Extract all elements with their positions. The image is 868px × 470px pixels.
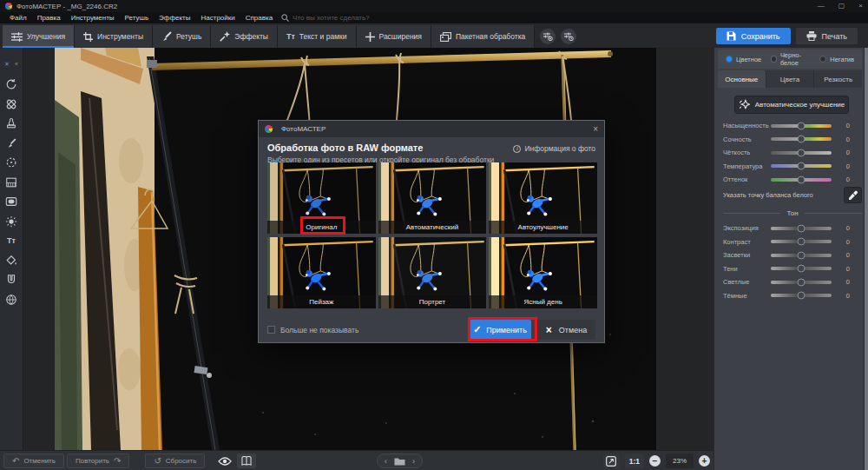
dont-show-checkbox[interactable] (267, 326, 275, 334)
slider-knob[interactable] (798, 265, 806, 273)
exposure-slider[interactable] (771, 227, 832, 230)
slider-knob[interactable] (798, 136, 806, 143)
slider-label: Тени (723, 265, 771, 273)
zoom-100-button[interactable]: 1:1 (625, 453, 644, 468)
eyedropper-icon (848, 190, 858, 201)
brush-icon (161, 31, 172, 42)
tab-extensions[interactable]: Расширения (357, 25, 431, 48)
clone-stamp-tool[interactable] (2, 114, 21, 134)
preset-add-button[interactable] (540, 29, 556, 44)
auto-enhance-button[interactable]: Автоматическое улучшение (734, 96, 849, 114)
magnet-tool[interactable] (2, 270, 21, 290)
mode-black-white[interactable]: Черно-белое (771, 51, 810, 67)
sidebar-collapse-icon[interactable]: « (15, 61, 18, 68)
show-original-button[interactable] (215, 453, 234, 468)
slider-knob[interactable] (798, 149, 806, 156)
brightness-tool[interactable] (2, 212, 21, 232)
temperature-slider[interactable] (771, 164, 832, 168)
tab-label: Расширения (379, 32, 422, 41)
clarity-slider[interactable] (771, 151, 832, 155)
before-after-button[interactable] (237, 453, 256, 468)
minimize-icon[interactable]: — (818, 3, 825, 10)
tab-enhancements[interactable]: Улучшения (3, 25, 75, 48)
tab-basic[interactable]: Основные (718, 70, 766, 88)
preset-clear-day[interactable]: Ясный день (489, 237, 597, 308)
whites-slider[interactable] (771, 281, 832, 284)
slider-knob[interactable] (798, 292, 806, 300)
dialog-close-icon[interactable]: × (593, 125, 598, 134)
preset-landscape[interactable]: Пейзаж (267, 237, 376, 308)
preset-history-button[interactable] (561, 29, 576, 44)
gradient-filter-tool[interactable] (2, 173, 21, 193)
photo-info-link[interactable]: i Информация о фото (513, 144, 595, 153)
color-sliders: Насыщенность 0 Сочность 0 Чёткость 0 Тем… (723, 119, 862, 187)
mode-color[interactable]: Цветное (726, 56, 761, 63)
menu-edit[interactable]: Правка (32, 12, 66, 23)
fit-to-screen-button[interactable] (603, 453, 620, 468)
reset-button[interactable]: ↺ Сбросить (145, 453, 205, 468)
redo-button[interactable]: Повторить ↷ (67, 453, 129, 468)
prev-photo-icon[interactable]: ‹ (385, 457, 387, 466)
fill-tool[interactable] (2, 251, 21, 271)
zoom-out-button[interactable]: − (649, 455, 661, 467)
menu-file[interactable]: Файл (4, 12, 32, 23)
search-input[interactable] (293, 14, 423, 22)
folder-icon[interactable] (394, 457, 405, 466)
close-icon[interactable]: × (858, 3, 863, 10)
slider-knob[interactable] (798, 224, 806, 232)
cancel-button[interactable]: × Отмена (537, 320, 595, 340)
preset-automatic[interactable]: Автоматический (378, 162, 487, 234)
next-photo-icon[interactable]: › (412, 457, 415, 466)
eyedropper-button[interactable] (844, 187, 862, 203)
info-icon: i (513, 145, 521, 153)
save-button[interactable]: Сохранить (716, 28, 791, 44)
menu-effects[interactable]: Эффекты (154, 12, 195, 23)
geometry-globe-tool[interactable] (2, 290, 21, 310)
menu-tools[interactable]: Инструменты (66, 12, 120, 23)
blacks-slider[interactable] (771, 294, 832, 297)
brush-tool[interactable] (2, 134, 21, 154)
menu-help[interactable]: Справка (240, 12, 278, 23)
slider-knob[interactable] (798, 251, 806, 259)
tab-sharpness[interactable]: Резкость (814, 70, 862, 88)
highlights-slider[interactable] (771, 254, 832, 257)
shadows-slider[interactable] (771, 267, 832, 270)
vibrance-slider[interactable] (771, 137, 832, 141)
redo-label: Повторить (76, 457, 109, 465)
undo-button[interactable]: ↶ Отменить (3, 453, 64, 468)
healing-patch-tool[interactable] (2, 95, 21, 115)
tab-retouch[interactable]: Ретушь (153, 25, 211, 48)
slider-value: 0 (839, 122, 850, 129)
tint-slider[interactable] (771, 178, 832, 182)
maximize-icon[interactable]: ▢ (838, 3, 845, 10)
crop-rotate-tool[interactable] (2, 75, 21, 95)
menu-settings[interactable]: Настройки (195, 12, 240, 23)
menu-retouch[interactable]: Ретушь (120, 12, 155, 23)
preset-portrait[interactable]: Портрет (378, 237, 487, 308)
tab-batch-processing[interactable]: Пакетная обработка (431, 25, 535, 48)
mode-negative[interactable]: Негатив (819, 56, 854, 63)
save-icon (727, 31, 736, 41)
slider-knob[interactable] (798, 122, 806, 129)
apply-button[interactable]: ✓ Применить (469, 320, 531, 340)
tab-effects[interactable]: Эффекты (211, 25, 278, 48)
preset-auto-enhance[interactable]: Автоулучшение (489, 162, 597, 234)
radial-filter-tool[interactable] (2, 153, 21, 173)
zoom-in-button[interactable]: + (699, 455, 710, 467)
print-button[interactable]: Печать (796, 28, 858, 44)
preset-original[interactable]: Оригинал (267, 162, 376, 234)
contrast-slider[interactable] (771, 240, 832, 243)
saturation-slider[interactable] (771, 124, 832, 128)
slider-knob[interactable] (798, 162, 806, 170)
dialog-title-bar: ФотоМАСТЕР × (259, 121, 604, 137)
tab-text-frames[interactable]: Tт Текст и рамки (278, 25, 357, 48)
slider-knob[interactable] (798, 278, 806, 286)
tab-tools[interactable]: Инструменты (75, 25, 153, 48)
slider-knob[interactable] (798, 238, 806, 246)
slider-knob[interactable] (798, 175, 806, 183)
vignette-tool[interactable] (2, 192, 21, 212)
window-title: ФотоМАСТЕР - _MG_2246.CR2 (16, 3, 117, 10)
tab-colors[interactable]: Цвета (766, 70, 815, 88)
text-tool[interactable]: Tт (2, 231, 21, 251)
sidebar-close-icon[interactable]: ✕ (4, 61, 10, 68)
